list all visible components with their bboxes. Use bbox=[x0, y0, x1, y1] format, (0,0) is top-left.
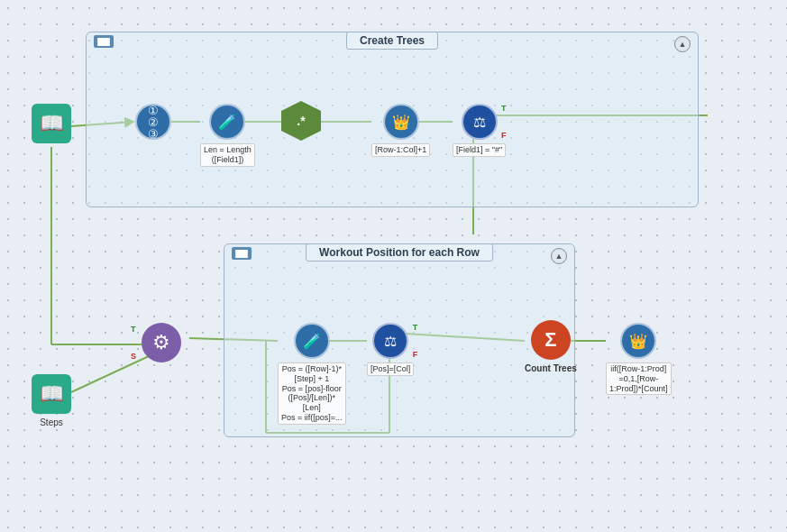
node-gear[interactable]: ⚙ T S bbox=[142, 323, 181, 362]
filter-t-label: T bbox=[501, 104, 507, 113]
node-formula-pos[interactable]: 🧪 Pos = ([Row]-1)*[Step] + 1Pos = [pos]-… bbox=[278, 323, 346, 425]
node-circle-filter: ⚖ bbox=[462, 104, 498, 140]
node-label-formula-pos: Pos = ([Row]-1)*[Step] + 1Pos = [pos]-fl… bbox=[278, 362, 346, 425]
node-record-id[interactable]: 👑 [Row-1:Col]+1 bbox=[371, 104, 430, 157]
svg-line-16 bbox=[71, 356, 149, 392]
count-trees-label: Count Trees bbox=[525, 363, 577, 373]
node-filter-field[interactable]: ⚖ T F [Field1] = "#" bbox=[453, 104, 506, 157]
sigma-circle: Σ bbox=[531, 320, 571, 360]
node-list-create[interactable]: ①②③ bbox=[135, 104, 171, 140]
book-steps-node[interactable]: 📖 Steps bbox=[32, 374, 71, 427]
node-label-filter-pos: [Pos]=[Col] bbox=[367, 362, 414, 376]
group-icon-create-trees bbox=[94, 35, 114, 48]
group-title-workout: Workout Position for each Row bbox=[306, 243, 493, 261]
node-circle-filter-pos: ⚖ bbox=[372, 323, 408, 359]
book-steps-label: Steps bbox=[40, 417, 63, 427]
node-label-formula-len: Len = Length([Field1]) bbox=[200, 143, 255, 167]
collapse-workout[interactable]: ▲ bbox=[551, 248, 567, 264]
workflow-canvas: Create Trees ▲ Workout Position for each… bbox=[0, 0, 787, 532]
node-circle-regex: .* bbox=[281, 101, 321, 141]
filter-f-label: F bbox=[501, 131, 507, 140]
node-filter-pos[interactable]: ⚖ T F [Pos]=[Col] bbox=[367, 323, 414, 376]
node-label-record-id: [Row-1:Col]+1 bbox=[371, 143, 430, 157]
node-record-prod[interactable]: 👑 iif([Row-1:Prod]=0,1,[Row-1:Prod])*[Co… bbox=[606, 323, 672, 395]
book-steps-icon: 📖 bbox=[32, 374, 71, 414]
gear-s-label: S bbox=[131, 352, 136, 361]
gear-t-label: T bbox=[131, 325, 136, 334]
gear-circle: ⚙ bbox=[142, 323, 181, 362]
book-main-icon: 📖 bbox=[32, 104, 71, 143]
node-formula-len[interactable]: 🧪 Len = Length([Field1]) bbox=[200, 104, 255, 167]
sigma-node[interactable]: Σ Count Trees bbox=[525, 320, 577, 373]
node-circle-record-prod: 👑 bbox=[620, 323, 656, 359]
node-circle-formula-pos: 🧪 bbox=[294, 323, 330, 359]
node-label-filter-field: [Field1] = "#" bbox=[453, 143, 506, 157]
filter2-t-label: T bbox=[413, 323, 418, 332]
filter2-f-label: F bbox=[413, 350, 418, 359]
collapse-create-trees[interactable]: ▲ bbox=[674, 36, 691, 52]
node-circle-list: ①②③ bbox=[135, 104, 171, 140]
node-circle-record: 👑 bbox=[383, 104, 419, 140]
group-icon-workout bbox=[232, 247, 252, 260]
book-main-node[interactable]: 📖 bbox=[32, 104, 71, 143]
node-label-record-prod: iif([Row-1:Prod]=0,1,[Row-1:Prod])*[Coun… bbox=[606, 362, 672, 395]
group-title-create-trees: Create Trees bbox=[346, 32, 438, 50]
node-circle-formula: 🧪 bbox=[209, 104, 245, 140]
node-regex[interactable]: .* bbox=[281, 101, 321, 141]
